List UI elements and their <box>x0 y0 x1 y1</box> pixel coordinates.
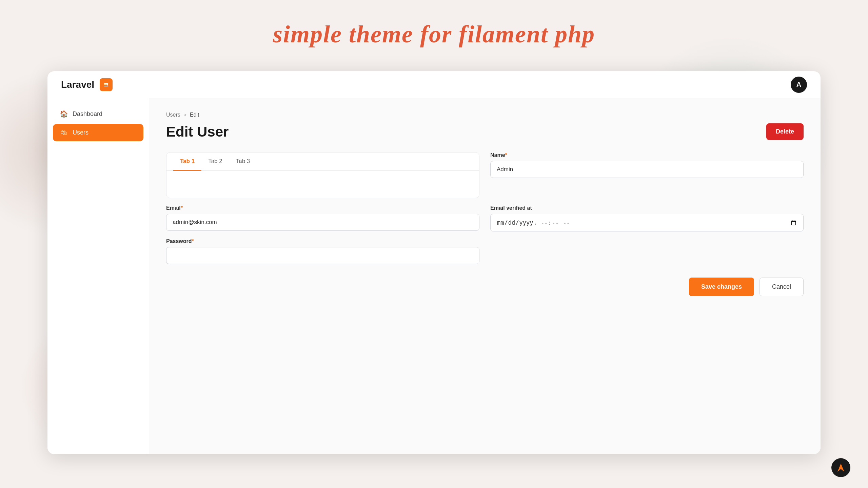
password-field-group: Password* <box>166 238 479 264</box>
tab-1[interactable]: Tab 1 <box>173 152 201 171</box>
logo-area: Laravel <box>61 78 113 91</box>
filament-logo <box>831 458 851 478</box>
edit-user-heading: Edit User <box>166 124 229 140</box>
sidebar-item-users[interactable]: 🛍 Users <box>53 124 143 141</box>
svg-rect-2 <box>104 86 108 86</box>
full-width-fields: Email* Email verified at <box>166 205 804 231</box>
email-label: Email* <box>166 205 479 211</box>
email-required-marker: * <box>181 205 183 211</box>
password-required-marker: * <box>192 238 194 244</box>
home-icon: 🏠 <box>60 110 68 118</box>
tab-panel: Tab 1 Tab 2 Tab 3 <box>166 152 479 198</box>
page-title: simple theme for filament php <box>273 20 595 48</box>
password-input[interactable] <box>166 247 479 264</box>
logo-text: Laravel <box>61 79 94 90</box>
sidebar-item-dashboard[interactable]: 🏠 Dashboard <box>53 105 143 123</box>
email-verified-field-group: Email verified at <box>490 205 804 231</box>
page-header: Edit User Delete <box>166 123 804 140</box>
top-bar: Laravel A <box>47 71 821 98</box>
breadcrumb-current: Edit <box>190 112 199 118</box>
form-actions: Save changes Cancel <box>166 278 804 296</box>
tab-content <box>166 171 479 198</box>
email-input[interactable] <box>166 214 479 231</box>
app-window: Laravel A 🏠 Dashboard 🛍 Users <box>47 71 821 454</box>
avatar[interactable]: A <box>791 77 807 93</box>
sidebar: 🏠 Dashboard 🛍 Users <box>47 98 149 454</box>
email-field-group: Email* <box>166 205 479 231</box>
delete-button[interactable]: Delete <box>766 123 804 140</box>
name-input[interactable] <box>490 161 804 178</box>
email-verified-label: Email verified at <box>490 205 804 211</box>
name-label: Name* <box>490 152 804 158</box>
sidebar-item-dashboard-label: Dashboard <box>73 110 102 118</box>
cancel-button[interactable]: Cancel <box>760 278 804 296</box>
svg-marker-3 <box>107 83 108 86</box>
name-field-group: Name* <box>490 152 804 198</box>
svg-rect-0 <box>104 83 108 84</box>
users-icon: 🛍 <box>60 129 68 137</box>
main-content: Users > Edit Edit User Delete Tab 1 Tab … <box>149 98 821 454</box>
breadcrumb-separator: > <box>184 112 186 118</box>
tab-3[interactable]: Tab 3 <box>229 152 257 171</box>
tab-2[interactable]: Tab 2 <box>201 152 229 171</box>
tab-bar: Tab 1 Tab 2 Tab 3 <box>166 152 479 171</box>
password-row: Password* <box>166 238 804 264</box>
breadcrumb-parent[interactable]: Users <box>166 112 180 118</box>
app-body: 🏠 Dashboard 🛍 Users Users > Edit Edit Us… <box>47 98 821 454</box>
sidebar-toggle-button[interactable] <box>100 78 113 91</box>
top-row: Tab 1 Tab 2 Tab 3 Name* <box>166 152 804 198</box>
email-verified-input[interactable] <box>490 214 804 231</box>
save-button[interactable]: Save changes <box>689 278 754 296</box>
sidebar-item-users-label: Users <box>73 129 88 136</box>
breadcrumb: Users > Edit <box>166 112 804 118</box>
name-required-marker: * <box>505 152 507 158</box>
password-label: Password* <box>166 238 479 244</box>
form-container: Tab 1 Tab 2 Tab 3 Name* <box>166 152 804 296</box>
